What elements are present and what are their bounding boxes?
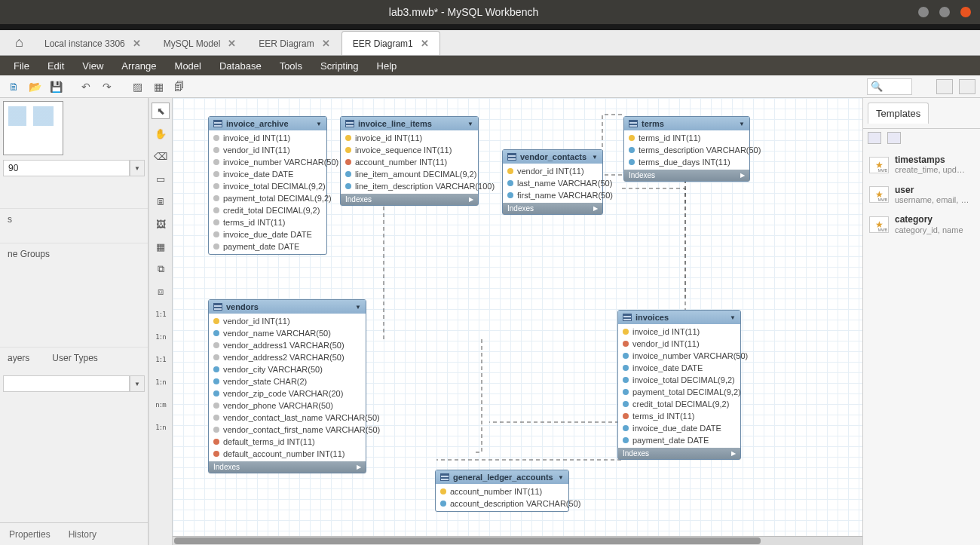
note-tool-icon[interactable]: 🗏 (152, 193, 170, 210)
catalog-item[interactable]: ne Groups (0, 243, 148, 264)
zoom-dropdown[interactable]: ▼ (130, 160, 145, 176)
close-icon[interactable]: ✕ (421, 38, 429, 49)
column-row[interactable]: vendor_state CHAR(2) (209, 375, 366, 387)
sidebar-select-drop[interactable]: ▼ (130, 375, 145, 392)
column-row[interactable]: terms_due_days INT(11) (624, 156, 749, 168)
zoom-input[interactable]: 90 (3, 160, 130, 176)
column-row[interactable]: vendor_address1 VARCHAR(50) (209, 339, 366, 351)
menu-help[interactable]: Help (368, 57, 406, 75)
template-category[interactable]: ★ categorycategory_id, name (866, 210, 977, 240)
column-row[interactable]: vendor_address2 VARCHAR(50) (209, 351, 366, 363)
column-row[interactable]: vendor_phone VARCHAR(50) (209, 400, 366, 412)
column-row[interactable]: credit_total DECIMAL(9,2) (618, 398, 740, 410)
rel-1-n-id-tool-icon[interactable]: 1:n (152, 374, 170, 390)
menu-scripting[interactable]: Scripting (311, 57, 368, 75)
column-row[interactable]: terms_id INT(11) (618, 410, 740, 422)
tab-eer-diagram[interactable]: EER Diagram✕ (247, 31, 341, 55)
notation-icon[interactable]: 🗐 (170, 78, 188, 95)
undo-icon[interactable]: ↶ (77, 78, 95, 95)
column-row[interactable]: vendor_id INT(11) (618, 338, 740, 350)
column-row[interactable]: payment_total DECIMAL(9,2) (209, 192, 326, 204)
column-row[interactable]: invoice_date DATE (618, 362, 740, 374)
column-row[interactable]: account_description VARCHAR(50) (436, 498, 568, 510)
rel-1-1-tool-icon[interactable]: 1:1 (152, 306, 170, 323)
horizontal-scrollbar[interactable] (173, 536, 862, 545)
user-types-tab[interactable]: User Types (52, 353, 97, 363)
column-row[interactable]: invoice_total DECIMAL(9,2) (209, 180, 326, 192)
collapse-icon[interactable]: ▼ (558, 474, 564, 481)
search-input[interactable]: 🔍 (867, 78, 912, 95)
expand-icon[interactable]: ▶ (593, 205, 598, 212)
table-vendors[interactable]: vendors▼ vendor_id INT(11)vendor_name VA… (208, 299, 366, 473)
rel-existing-tool-icon[interactable]: 1:n (152, 419, 170, 436)
table-general-ledger-accounts[interactable]: general_ledger_accounts▼ account_number … (435, 470, 569, 512)
template-tool-icon[interactable] (868, 132, 881, 144)
table-invoices[interactable]: invoices▼ invoice_id INT(11)vendor_id IN… (617, 310, 741, 460)
column-row[interactable]: invoice_id INT(11) (618, 326, 740, 338)
view-tool-icon[interactable]: ⧉ (152, 261, 170, 277)
template-timestamps[interactable]: ★ timestampscreate_time, upd… (866, 150, 977, 180)
menu-tools[interactable]: Tools (271, 57, 311, 75)
menu-arrange[interactable]: Arrange (112, 57, 165, 75)
collapse-icon[interactable]: ▼ (592, 154, 598, 161)
rel-1-1-id-tool-icon[interactable]: 1:1 (152, 351, 170, 368)
column-row[interactable]: invoice_id INT(11) (209, 132, 326, 144)
column-row[interactable]: payment_total DECIMAL(9,2) (618, 386, 740, 398)
column-row[interactable]: invoice_sequence INT(11) (341, 144, 478, 156)
maximize-button[interactable] (939, 7, 950, 17)
column-row[interactable]: payment_date DATE (618, 434, 740, 446)
column-row[interactable]: invoice_total DECIMAL(9,2) (618, 374, 740, 386)
table-terms[interactable]: terms▼ terms_id INT(11)terms_description… (623, 116, 750, 182)
home-icon[interactable]: ⌂ (11, 30, 33, 55)
column-row[interactable]: vendor_contact_last_name VARCHAR(50) (209, 412, 366, 424)
expand-icon[interactable]: ▶ (469, 196, 473, 203)
table-invoice-line-items[interactable]: invoice_line_items▼ invoice_id INT(11)in… (340, 116, 479, 206)
column-row[interactable]: vendor_id INT(11) (209, 144, 326, 156)
column-row[interactable]: last_name VARCHAR(50) (503, 177, 602, 189)
table-vendor-contacts[interactable]: vendor_contacts▼ vendor_id INT(11)last_n… (502, 149, 603, 215)
column-row[interactable]: terms_id INT(11) (624, 132, 749, 144)
rel-1-n-tool-icon[interactable]: 1:n (152, 329, 170, 345)
menu-view[interactable]: View (73, 57, 112, 75)
column-row[interactable]: terms_id INT(11) (209, 216, 326, 228)
column-row[interactable]: default_account_number INT(11) (209, 448, 366, 460)
column-row[interactable]: first_name VARCHAR(50) (503, 189, 602, 201)
expand-icon[interactable]: ▶ (731, 450, 736, 457)
history-tab[interactable]: History (69, 529, 96, 540)
column-row[interactable]: vendor_name VARCHAR(50) (209, 327, 366, 339)
close-icon[interactable]: ✕ (133, 38, 141, 49)
column-row[interactable]: invoice_number VARCHAR(50) (209, 156, 326, 168)
eraser-tool-icon[interactable]: ⌫ (152, 148, 170, 164)
close-icon[interactable]: ✕ (228, 38, 236, 49)
column-row[interactable]: vendor_contact_first_name VARCHAR(50) (209, 424, 366, 436)
image-tool-icon[interactable]: 🖼 (152, 216, 170, 232)
birds-eye-navigator[interactable] (3, 101, 63, 155)
collapse-icon[interactable]: ▼ (467, 121, 473, 127)
expand-icon[interactable]: ▶ (740, 172, 745, 179)
diagram-canvas[interactable]: invoice_archive▼ invoice_id INT(11)vendo… (173, 98, 862, 545)
sidebar-select[interactable] (3, 375, 130, 392)
templates-tab[interactable]: Templates (868, 103, 929, 124)
close-icon[interactable]: ✕ (322, 38, 330, 49)
rel-n-m-tool-icon[interactable]: n:m (152, 397, 170, 413)
template-tool-icon[interactable] (887, 132, 901, 144)
minimize-button[interactable] (918, 7, 929, 17)
menu-model[interactable]: Model (166, 57, 210, 75)
column-row[interactable]: invoice_date DATE (209, 168, 326, 180)
layers-tab[interactable]: ayers (8, 353, 29, 363)
save-icon[interactable]: 💾 (47, 78, 65, 95)
column-row[interactable]: line_item_description VARCHAR(100) (341, 180, 478, 192)
column-row[interactable]: account_number INT(11) (436, 485, 568, 498)
column-row[interactable]: invoice_due_date DATE (618, 422, 740, 434)
column-row[interactable]: vendor_zip_code VARCHAR(20) (209, 387, 366, 400)
column-row[interactable]: credit_total DECIMAL(9,2) (209, 204, 326, 216)
collapse-icon[interactable]: ▼ (730, 314, 736, 321)
menu-database[interactable]: Database (210, 57, 271, 75)
close-button[interactable] (960, 7, 971, 17)
collapse-icon[interactable]: ▼ (316, 121, 322, 127)
column-row[interactable]: payment_date DATE (209, 240, 326, 253)
column-row[interactable]: line_item_amount DECIMAL(9,2) (341, 168, 478, 180)
column-row[interactable]: invoice_number VARCHAR(50) (618, 350, 740, 362)
column-row[interactable]: vendor_id INT(11) (209, 315, 366, 327)
properties-tab[interactable]: Properties (9, 529, 51, 540)
